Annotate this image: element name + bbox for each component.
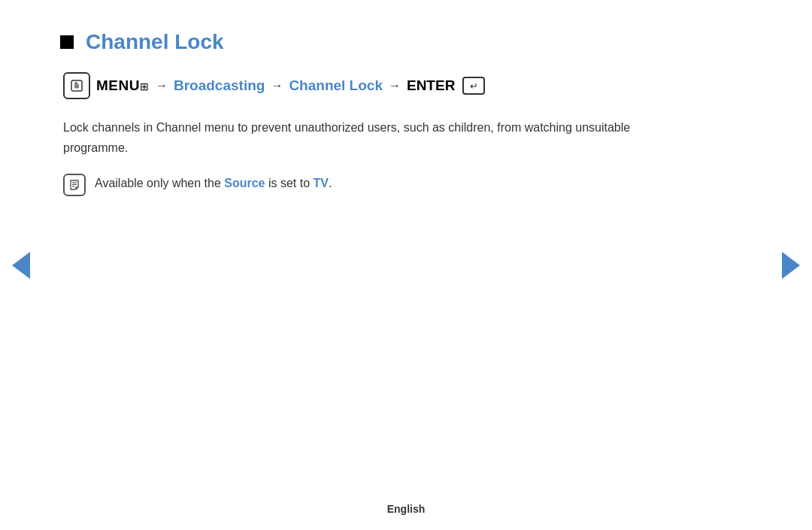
path-channel-lock[interactable]: Channel Lock [289, 77, 383, 94]
menu-label: MENU⊞ [96, 77, 150, 94]
menu-path-row: MENU⊞ → Broadcasting → Channel Lock → EN… [63, 72, 677, 99]
note-text: Available only when the Source is set to… [95, 173, 332, 193]
footer-language: English [0, 503, 812, 515]
enter-icon: ↵ [462, 77, 485, 95]
note-text-before: Available only when the [95, 177, 224, 189]
nav-left-button[interactable] [12, 252, 30, 279]
description-text: Lock channels in Channel menu to prevent… [63, 117, 677, 158]
menu-hand-icon [63, 72, 90, 99]
title-square-icon [60, 35, 74, 49]
note-text-middle: is set to [265, 177, 314, 189]
arrow-1: → [156, 79, 168, 92]
note-icon [63, 174, 86, 196]
arrow-3: → [389, 79, 401, 92]
title-row: Channel Lock [60, 30, 677, 54]
path-broadcasting[interactable]: Broadcasting [174, 77, 265, 94]
nav-right-button[interactable] [782, 252, 800, 279]
note-tv-highlight: TV [314, 177, 329, 189]
note-row: Available only when the Source is set to… [63, 173, 677, 196]
enter-label: ENTER [407, 77, 455, 94]
page-title: Channel Lock [86, 30, 224, 54]
arrow-2: → [271, 79, 283, 92]
note-source-highlight: Source [224, 177, 265, 189]
note-text-end: . [329, 177, 332, 189]
